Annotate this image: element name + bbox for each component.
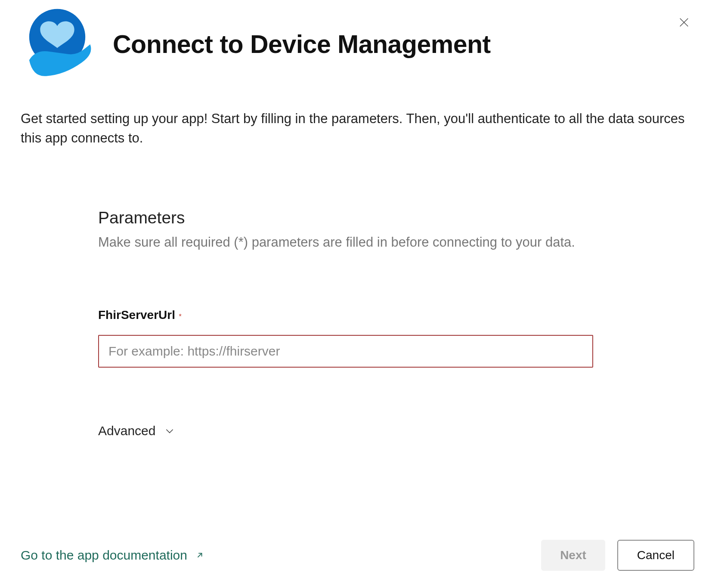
fhir-field-label-wrap: FhirServerUrl * bbox=[98, 313, 182, 320]
close-button[interactable] bbox=[674, 12, 694, 33]
advanced-toggle[interactable]: Advanced bbox=[98, 424, 175, 438]
cancel-button[interactable]: Cancel bbox=[617, 540, 694, 571]
parameters-heading: Parameters bbox=[98, 208, 589, 227]
parameters-section: Parameters Make sure all required (*) pa… bbox=[98, 208, 589, 439]
external-link-icon bbox=[195, 551, 204, 560]
dialog-intro: Get started setting up your app! Start b… bbox=[21, 109, 692, 148]
documentation-link-label: Go to the app documentation bbox=[21, 548, 187, 563]
dialog-header: Connect to Device Management bbox=[21, 8, 694, 81]
fhir-field-label: FhirServerUrl bbox=[98, 308, 175, 322]
app-logo bbox=[21, 8, 94, 81]
dialog-title: Connect to Device Management bbox=[113, 30, 491, 59]
fhir-field-block: FhirServerUrl * bbox=[98, 308, 589, 368]
next-button[interactable]: Next bbox=[541, 540, 605, 571]
fhir-server-url-input[interactable] bbox=[98, 335, 593, 368]
advanced-label: Advanced bbox=[98, 424, 155, 438]
health-hand-heart-icon bbox=[21, 8, 94, 81]
chevron-down-icon bbox=[164, 425, 175, 436]
footer-buttons: Next Cancel bbox=[541, 540, 694, 571]
connect-dialog: Connect to Device Management Get started… bbox=[0, 0, 715, 588]
documentation-link[interactable]: Go to the app documentation bbox=[21, 548, 204, 563]
svg-line-3 bbox=[198, 553, 201, 557]
close-icon bbox=[678, 16, 690, 28]
dialog-footer: Go to the app documentation Next Cancel bbox=[21, 540, 694, 571]
required-indicator: * bbox=[179, 313, 181, 320]
parameters-description: Make sure all required (*) parameters ar… bbox=[98, 232, 589, 253]
